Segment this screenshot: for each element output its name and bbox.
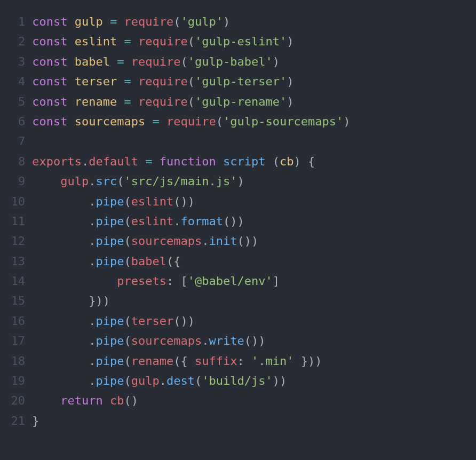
token: ( [173, 195, 180, 208]
token: 'src/js/main.js' [124, 175, 237, 188]
token [103, 15, 110, 28]
token [131, 75, 138, 88]
token: . [89, 374, 96, 387]
token: . [89, 234, 96, 248]
code-content: return cb() [32, 391, 466, 410]
token: babel [75, 55, 110, 68]
code-line: 17 .pipe(sourcemaps.write()) [10, 331, 466, 351]
token: exports [32, 155, 82, 168]
code-content: .pipe(gulp.dest('build/js')) [32, 371, 466, 391]
code-line: 16 .pipe(terser()) [10, 311, 466, 331]
code-line: 2const eslint = require('gulp-eslint') [10, 31, 466, 51]
line-number: 21 [10, 411, 25, 431]
token [124, 55, 131, 68]
line-number: 10 [10, 192, 25, 211]
line-number: 17 [10, 331, 25, 351]
token: . [202, 334, 209, 347]
code-line: 20 return cb() [10, 391, 466, 410]
token: ( [124, 394, 131, 407]
code-line: 1const gulp = require('gulp') [10, 12, 466, 31]
token: ) [244, 234, 251, 248]
token: . [89, 195, 96, 208]
code-content: const terser = require('gulp-terser') [32, 72, 466, 91]
token [173, 274, 180, 288]
token: babel [131, 255, 166, 268]
token: function [160, 155, 223, 168]
token: pipe [96, 215, 124, 228]
token: const [32, 115, 74, 128]
token: pipe [96, 195, 124, 208]
token [117, 75, 124, 88]
token [32, 255, 89, 268]
token [244, 354, 251, 368]
token: . [173, 215, 180, 228]
token: 'gulp-sourcemaps' [223, 115, 343, 128]
code-line: 9 gulp.src('src/js/main.js') [10, 171, 466, 191]
code-content: const sourcemaps = require('gulp-sourcem… [32, 112, 466, 131]
token: ) [131, 394, 138, 407]
token: = [124, 75, 131, 88]
token: } [32, 414, 39, 427]
token: require [138, 75, 188, 88]
token: ) [188, 195, 195, 208]
line-number: 13 [10, 251, 25, 271]
code-line: 13 .pipe(babel({ [10, 251, 466, 271]
token: rename [131, 354, 173, 368]
token: = [117, 55, 124, 68]
token: ( [273, 155, 280, 168]
token [32, 334, 89, 347]
code-content: const babel = require('gulp-babel') [32, 52, 466, 72]
token: ( [223, 215, 230, 228]
token: ) [343, 115, 350, 128]
token: dest [166, 374, 195, 387]
token: ( [173, 15, 180, 28]
token: sourcemaps [75, 115, 145, 128]
token: ( [195, 374, 202, 387]
token: . [202, 234, 209, 248]
token: . [89, 314, 96, 328]
token: ( [124, 374, 131, 387]
token [188, 354, 195, 368]
token: '@babel/env' [188, 274, 273, 288]
token: . [89, 354, 96, 368]
line-number: 2 [10, 31, 25, 51]
code-line: 14 presets: ['@babel/env'] [10, 271, 466, 291]
token: { [308, 155, 315, 168]
token: const [32, 35, 74, 48]
token: ) [273, 374, 280, 387]
token: default [89, 155, 138, 168]
token: ( [188, 95, 195, 108]
token: format [181, 215, 223, 228]
token: gulp [75, 15, 103, 28]
token [117, 35, 124, 48]
token: ) [237, 175, 244, 188]
token: ) [287, 95, 293, 108]
token: require [131, 55, 181, 68]
token: ( [166, 255, 173, 268]
token: ( [188, 75, 195, 88]
token: ( [124, 195, 131, 208]
line-number: 12 [10, 231, 25, 251]
code-content: .pipe(eslint()) [32, 192, 466, 211]
token: ( [124, 334, 131, 347]
token: sourcemaps [131, 234, 202, 248]
code-line: 10 .pipe(eslint()) [10, 192, 466, 211]
code-line: 6const sourcemaps = require('gulp-source… [10, 112, 466, 131]
token: ) [280, 374, 287, 387]
token: src [96, 175, 117, 188]
token: pipe [96, 234, 124, 248]
token: ) [315, 354, 322, 368]
code-line: 11 .pipe(eslint.format()) [10, 211, 466, 231]
token: presets [117, 274, 166, 288]
code-content: } [32, 411, 466, 431]
line-number: 7 [10, 131, 25, 151]
token [32, 234, 89, 248]
token: : [166, 274, 173, 288]
line-number: 20 [10, 391, 25, 410]
token: gulp [60, 175, 89, 188]
line-number: 5 [10, 92, 25, 112]
code-content: const rename = require('gulp-rename') [32, 92, 466, 112]
line-number: 4 [10, 72, 25, 91]
line-number: 9 [10, 171, 25, 191]
token [117, 15, 124, 28]
